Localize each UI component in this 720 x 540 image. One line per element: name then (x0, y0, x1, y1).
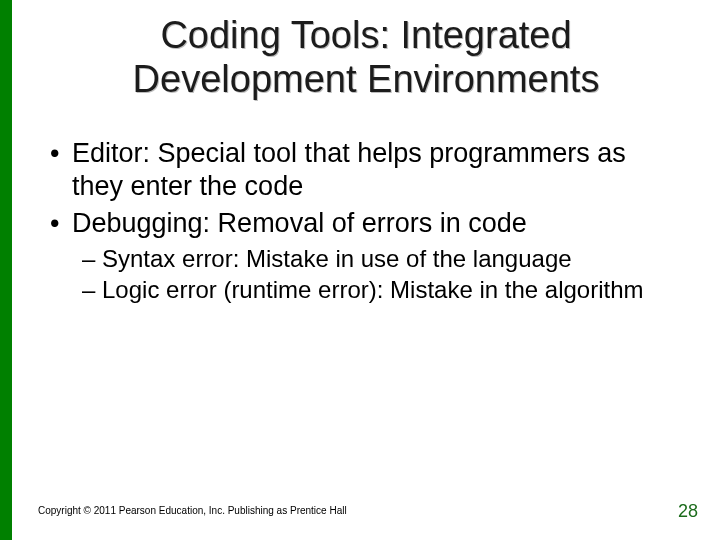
slide-title: Coding Tools: Integrated Development Env… (12, 0, 720, 101)
bullet-item: • Editor: Special tool that helps progra… (48, 137, 684, 203)
page-number: 28 (678, 501, 698, 522)
dash-icon: – (82, 275, 102, 304)
sub-bullet-item: – Syntax error: Mistake in use of the la… (48, 244, 684, 273)
dash-icon: – (82, 244, 102, 273)
slide-body: • Editor: Special tool that helps progra… (12, 101, 720, 304)
bullet-item: • Debugging: Removal of errors in code (48, 207, 684, 240)
sub-bullet-item: – Logic error (runtime error): Mistake i… (48, 275, 684, 304)
sub-bullet-text: Logic error (runtime error): Mistake in … (102, 275, 644, 304)
title-line-1: Coding Tools: Integrated (160, 14, 571, 56)
title-line-2: Development Environments (133, 58, 600, 100)
bullet-text: Editor: Special tool that helps programm… (72, 137, 684, 203)
bullet-text: Debugging: Removal of errors in code (72, 207, 527, 240)
copyright-text: Copyright © 2011 Pearson Education, Inc.… (38, 505, 347, 516)
sub-bullet-text: Syntax error: Mistake in use of the lang… (102, 244, 572, 273)
bullet-dot-icon: • (48, 207, 72, 240)
bullet-dot-icon: • (48, 137, 72, 203)
